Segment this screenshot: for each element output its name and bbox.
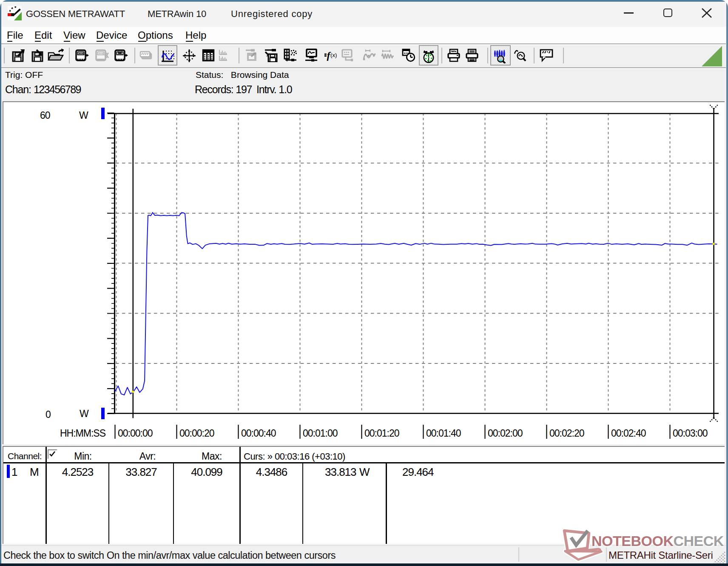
svg-text:(x): (x) xyxy=(330,52,337,58)
